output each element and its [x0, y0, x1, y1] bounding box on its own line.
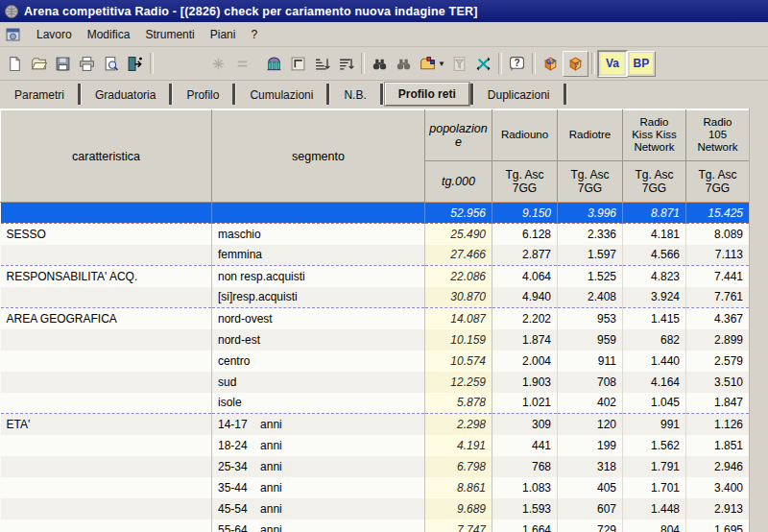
cell-value[interactable]: 1.562 — [623, 435, 686, 456]
cell-value[interactable]: 682 — [623, 329, 686, 351]
menu-item-strumenti[interactable]: Strumenti — [137, 25, 202, 44]
table-row[interactable]: ETA'14-17 anni2.2983091209911.126 — [1, 414, 750, 435]
cell-popolazione[interactable]: 27.466 — [425, 245, 492, 266]
cell-value[interactable]: 402 — [558, 393, 623, 414]
cell-value[interactable]: 991 — [623, 414, 686, 435]
cell-value[interactable]: 1.593 — [492, 498, 558, 520]
cell-segmento[interactable]: 14-17 anni — [212, 414, 425, 435]
cell-value[interactable]: 729 — [558, 520, 623, 532]
cell-value[interactable]: 2.946 — [686, 456, 750, 477]
cell-value[interactable]: 1.126 — [686, 414, 750, 435]
sort-descending-button[interactable] — [334, 52, 358, 76]
header-segmento[interactable]: segmento — [212, 110, 425, 203]
cube-1-button[interactable]: G? — [539, 52, 563, 76]
cell-value[interactable]: 1.695 — [686, 520, 750, 532]
cell-caratteristica[interactable] — [1, 520, 212, 532]
bp-button[interactable]: BP — [627, 51, 656, 77]
header-tg-asc-2[interactable]: Tg. Asc7GG — [558, 160, 623, 202]
cell-value[interactable]: 4.823 — [623, 266, 686, 287]
print-preview-button[interactable] — [99, 52, 123, 76]
cell-value[interactable]: 1.791 — [623, 456, 686, 477]
menu-item-lavoro[interactable]: Lavoro — [29, 25, 80, 44]
total-value[interactable]: 3.996 — [558, 203, 623, 224]
cell-popolazione[interactable]: 25.490 — [425, 224, 492, 245]
table-row[interactable]: nord-est10.1591.8749596822.899 — [1, 329, 750, 351]
cell-value[interactable]: 2.579 — [686, 351, 750, 372]
table-row[interactable]: SESSOmaschio25.4906.1282.3364.1818.089 — [1, 224, 750, 245]
cell-value[interactable]: 1.448 — [623, 498, 686, 520]
total-popolazione[interactable]: 52.956 — [425, 203, 492, 224]
header-caratteristica[interactable]: caratteristica — [1, 110, 212, 203]
va-button[interactable]: Va — [598, 51, 627, 77]
cell-segmento[interactable]: centro — [212, 351, 425, 372]
cell-value[interactable]: 1.597 — [558, 245, 623, 266]
cell-value[interactable]: 7.761 — [686, 287, 750, 308]
report-button[interactable] — [286, 52, 310, 76]
header-tg-asc-3[interactable]: Tg. Asc7GG — [623, 160, 686, 202]
cell-value[interactable]: 120 — [558, 414, 623, 435]
cell-segmento[interactable]: 45-54 anni — [212, 498, 425, 520]
cell-popolazione[interactable]: 9.689 — [425, 498, 492, 520]
cell-value[interactable]: 309 — [492, 414, 558, 435]
cell-value[interactable]: 953 — [558, 308, 623, 329]
total-row[interactable]: 52.956 9.150 3.996 8.871 15.425 — [1, 203, 750, 224]
cell-value[interactable]: 911 — [558, 351, 623, 372]
cell-value[interactable]: 1.847 — [686, 393, 750, 414]
histogram-button[interactable] — [262, 52, 286, 76]
find-button[interactable] — [368, 52, 392, 76]
cell-value[interactable]: 4.367 — [686, 308, 750, 329]
cell-popolazione[interactable]: 30.870 — [425, 287, 492, 308]
cell-value[interactable]: 1.664 — [492, 520, 558, 532]
menu-item-piani[interactable]: Piani — [203, 25, 244, 44]
menu-item-help[interactable]: ? — [243, 25, 265, 44]
cell-caratteristica[interactable] — [1, 477, 212, 498]
cell-value[interactable]: 3.924 — [623, 287, 686, 308]
cell-value[interactable]: 4.940 — [492, 287, 558, 308]
tab-profilo[interactable]: Profilo — [174, 85, 231, 105]
header-popolazione[interactable]: popolazione — [425, 110, 492, 161]
cell-popolazione[interactable]: 5.878 — [425, 393, 492, 414]
cell-value[interactable]: 6.128 — [492, 224, 558, 245]
scatter-button[interactable] — [471, 52, 495, 76]
cell-value[interactable]: 1.525 — [558, 266, 623, 287]
cell-value[interactable]: 1.874 — [492, 329, 558, 351]
cell-caratteristica[interactable]: AREA GEOGRAFICA — [1, 308, 212, 329]
tab-graduatoria[interactable]: Graduatoria — [83, 85, 168, 105]
cell-value[interactable]: 4.181 — [623, 224, 686, 245]
tab-nb[interactable]: N.B. — [331, 85, 378, 105]
cell-caratteristica[interactable] — [1, 456, 212, 477]
cell-caratteristica[interactable] — [1, 372, 212, 393]
header-tg-asc-4[interactable]: Tg. Asc7GG — [686, 160, 750, 202]
cell-value[interactable]: 2.877 — [492, 245, 558, 266]
cell-caratteristica[interactable] — [1, 435, 212, 456]
new-document-button[interactable] — [3, 52, 27, 76]
cell-value[interactable]: 2.913 — [686, 498, 750, 520]
cell-segmento[interactable]: maschio — [212, 224, 425, 245]
cell-segmento[interactable]: sud — [212, 372, 425, 393]
cell-value[interactable]: 804 — [623, 520, 686, 532]
cell-value[interactable]: 2.899 — [686, 329, 750, 351]
cell-caratteristica[interactable] — [1, 498, 212, 520]
table-row[interactable]: centro10.5742.0049111.4402.579 — [1, 351, 750, 372]
find-next-button[interactable] — [392, 52, 416, 76]
open-button[interactable] — [27, 52, 51, 76]
cell-value[interactable]: 2.004 — [492, 351, 558, 372]
cell-caratteristica[interactable]: ETA' — [1, 414, 212, 435]
cell-popolazione[interactable]: 10.574 — [425, 351, 492, 372]
cell-value[interactable]: 4.064 — [492, 266, 558, 287]
cell-value[interactable]: 1.851 — [686, 435, 750, 456]
cell-value[interactable]: 8.089 — [686, 224, 750, 245]
table-row[interactable]: 25-34 anni6.7987683181.7912.946 — [1, 456, 750, 477]
sort-ascending-button[interactable] — [310, 52, 334, 76]
table-row[interactable]: AREA GEOGRAFICAnord-ovest14.0872.2029531… — [1, 308, 750, 329]
total-caratteristica[interactable] — [1, 203, 212, 224]
table-row[interactable]: isole5.8781.0214021.0451.847 — [1, 393, 750, 414]
cell-value[interactable]: 1.903 — [492, 372, 558, 393]
cell-value[interactable]: 4.566 — [623, 245, 686, 266]
cell-segmento[interactable]: 18-24 anni — [212, 435, 425, 456]
cell-popolazione[interactable]: 14.087 — [425, 308, 492, 329]
cell-value[interactable]: 959 — [558, 329, 623, 351]
table-row[interactable]: sud12.2591.9037084.1643.510 — [1, 372, 750, 393]
cell-caratteristica[interactable] — [1, 245, 212, 266]
cell-value[interactable]: 405 — [558, 477, 623, 498]
